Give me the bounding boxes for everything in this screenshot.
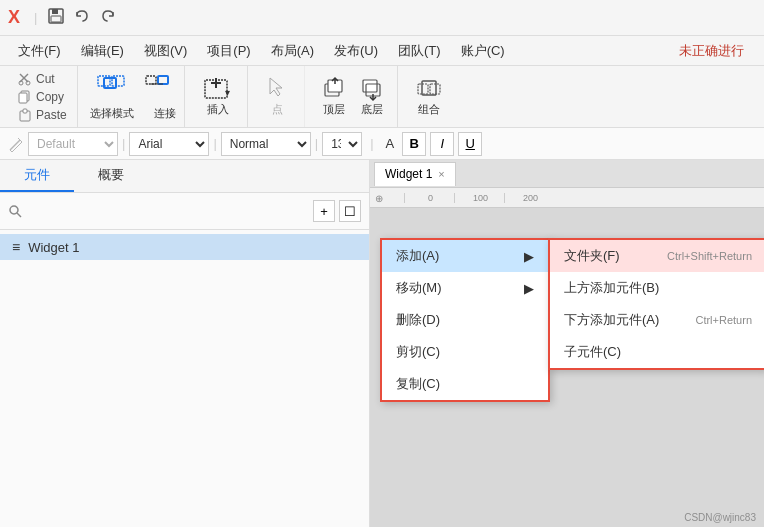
canvas-tabs: Widget 1 × xyxy=(370,160,764,188)
context-menu-copy[interactable]: 复制(C) xyxy=(382,368,548,400)
menu-team[interactable]: 团队(T) xyxy=(388,39,451,63)
underline-button[interactable]: U xyxy=(458,132,482,156)
submenu-folder[interactable]: 文件夹(F) Ctrl+Shift+Return xyxy=(550,240,764,272)
menu-layout[interactable]: 布局(A) xyxy=(261,39,324,63)
submenu-add-above-label: 上方添加元件(B) xyxy=(564,279,659,297)
context-menu-add[interactable]: 添加(A) ▶ 文件夹(F) Ctrl+Shift+Return 上方添加元件(… xyxy=(382,240,548,272)
submenu-child[interactable]: 子元件(C) xyxy=(550,336,764,368)
list-item[interactable]: ≡ Widget 1 xyxy=(0,234,369,260)
bold-button[interactable]: B xyxy=(402,132,426,156)
connect-button[interactable] xyxy=(139,72,175,104)
ruler-marks: 0 100 200 xyxy=(404,193,554,203)
redo-icon[interactable] xyxy=(99,7,117,29)
point-button[interactable]: 点 xyxy=(260,73,296,120)
ruler: ⊕ 0 100 200 xyxy=(370,188,764,208)
left-list: ≡ Widget 1 xyxy=(0,230,369,527)
context-menu-cut-label: 剪切(C) xyxy=(396,343,440,361)
context-menu-copy-label: 复制(C) xyxy=(396,375,440,393)
format-a-label: A xyxy=(386,136,395,151)
group-button[interactable]: 组合 xyxy=(410,73,448,120)
format-sep3: | xyxy=(315,136,318,151)
search-input[interactable] xyxy=(26,199,309,223)
context-menu-delete[interactable]: 删除(D) xyxy=(382,304,548,336)
submenu-add-below-shortcut: Ctrl+Return xyxy=(695,314,752,326)
paste-button[interactable]: Paste xyxy=(16,107,69,123)
tab-components[interactable]: 元件 xyxy=(0,160,74,192)
point-label: 点 xyxy=(272,102,283,117)
widget-label: Widget 1 xyxy=(28,240,79,255)
tab-outline[interactable]: 概要 xyxy=(74,160,148,192)
svg-rect-30 xyxy=(422,81,436,95)
search-add-button[interactable]: + xyxy=(313,200,335,222)
group-label: 组合 xyxy=(418,102,440,117)
svg-rect-1 xyxy=(52,9,58,14)
svg-rect-14 xyxy=(146,76,156,84)
submenu-add-above[interactable]: 上方添加元件(B) xyxy=(550,272,764,304)
canvas-tab-label: Widget 1 xyxy=(385,167,432,181)
insert-section: ▾ 插入 xyxy=(189,66,248,127)
context-menu-move[interactable]: 移动(M) ▶ xyxy=(382,272,548,304)
cut-icon xyxy=(18,72,32,86)
menu-publish[interactable]: 发布(U) xyxy=(324,39,388,63)
left-panel: 元件 概要 + ☐ ≡ Widget 1 xyxy=(0,160,370,527)
insert-label: 插入 xyxy=(207,102,229,117)
point-icon xyxy=(266,76,290,102)
search-folder-button[interactable]: ☐ xyxy=(339,200,361,222)
submenu-add-below-label: 下方添加元件(A) xyxy=(564,311,659,329)
canvas-content[interactable]: 添加(A) ▶ 文件夹(F) Ctrl+Shift+Return 上方添加元件(… xyxy=(370,208,764,527)
context-menu-delete-label: 删除(D) xyxy=(396,311,440,329)
copy-button[interactable]: Copy xyxy=(16,89,69,105)
ruler-mark-200: 200 xyxy=(504,193,554,203)
select-mode-button[interactable] xyxy=(91,72,135,104)
bottom-layer-button[interactable]: 底层 xyxy=(355,73,389,120)
canvas-tab-close[interactable]: × xyxy=(438,168,444,180)
font-style-select[interactable]: Normal xyxy=(221,132,311,156)
ruler-mark-0: 0 xyxy=(404,193,454,203)
italic-button[interactable]: I xyxy=(430,132,454,156)
cut-button[interactable]: Cut xyxy=(16,71,69,87)
submenu: 文件夹(F) Ctrl+Shift+Return 上方添加元件(B) 下方添加元… xyxy=(548,238,764,370)
copy-icon xyxy=(18,90,32,104)
top-layer-button[interactable]: 顶层 xyxy=(317,73,351,120)
context-menu: 添加(A) ▶ 文件夹(F) Ctrl+Shift+Return 上方添加元件(… xyxy=(380,238,550,402)
svg-line-33 xyxy=(17,213,21,217)
font-size-select[interactable]: 13 xyxy=(322,132,362,156)
left-panel-tabs: 元件 概要 xyxy=(0,160,369,193)
svg-rect-29 xyxy=(430,84,440,94)
menu-project[interactable]: 项目(P) xyxy=(197,39,260,63)
font-family-select[interactable]: Arial xyxy=(129,132,209,156)
app-logo: X xyxy=(8,7,20,28)
font-family-default-select[interactable]: Default xyxy=(28,132,118,156)
menu-account[interactable]: 账户(C) xyxy=(451,39,515,63)
context-menu-add-label: 添加(A) xyxy=(396,247,439,265)
insert-icon: ▾ xyxy=(203,76,233,102)
menu-view[interactable]: 视图(V) xyxy=(134,39,197,63)
select-mode-section: 选择模式 连接 xyxy=(82,66,185,127)
context-menu-move-label: 移动(M) xyxy=(396,279,442,297)
svg-rect-8 xyxy=(19,93,27,103)
menu-edit[interactable]: 编辑(E) xyxy=(71,39,134,63)
canvas-tab-widget1[interactable]: Widget 1 × xyxy=(374,162,456,186)
top-layer-icon xyxy=(323,76,345,102)
group-section: 组合 xyxy=(402,66,456,127)
ruler-mark-100: 100 xyxy=(454,193,504,203)
select-mode-icon xyxy=(97,75,129,101)
connect-icon xyxy=(145,75,169,101)
svg-rect-25 xyxy=(363,80,377,92)
submenu-add-below[interactable]: 下方添加元件(A) Ctrl+Return xyxy=(550,304,764,336)
insert-button[interactable]: ▾ 插入 xyxy=(197,73,239,120)
toolbar: Cut Copy Paste xyxy=(0,66,764,128)
save-icon[interactable] xyxy=(47,7,65,29)
left-search-bar: + ☐ xyxy=(0,193,369,230)
point-section: 点 xyxy=(252,66,305,127)
undo-icon[interactable] xyxy=(73,7,91,29)
svg-text:⊕: ⊕ xyxy=(375,193,383,204)
format-pencil-icon xyxy=(8,136,24,152)
widget-icon: ≡ xyxy=(12,239,20,255)
watermark: CSDN@wjinc83 xyxy=(684,512,756,523)
layer-section: 顶层 底层 xyxy=(309,66,398,127)
context-menu-cut[interactable]: 剪切(C) xyxy=(382,336,548,368)
menu-file[interactable]: 文件(F) xyxy=(8,39,71,63)
select-mode-label: 选择模式 xyxy=(90,106,134,121)
connect-label: 连接 xyxy=(154,106,176,121)
